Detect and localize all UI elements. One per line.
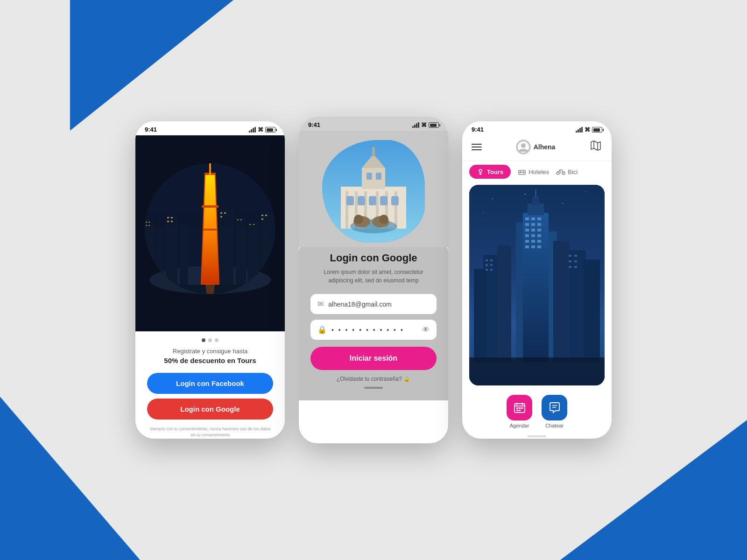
blob-image [322,140,425,243]
login-title: Login con Google [310,252,437,264]
battery-icon-3 [592,127,602,133]
wifi-icon-3: ⌘ [585,126,590,133]
promo-text: Registrate y consigue hasta [147,348,273,355]
tab-bici[interactable]: Bici [556,168,578,175]
email-icon: ✉ [317,300,324,308]
svg-rect-26 [167,217,169,218]
hamburger-line-3 [472,149,482,150]
user-profile[interactable]: Alhena [516,140,556,154]
chatear-label: Chatear [545,423,564,428]
svg-rect-23 [261,215,263,216]
svg-point-60 [354,215,363,224]
svg-rect-24 [265,215,267,216]
scroll-indicator [364,387,383,389]
hero-image-1 [135,135,285,331]
city-image-card [469,185,605,385]
eye-icon[interactable]: 👁 [422,326,430,334]
agendar-action[interactable]: Agendar [507,395,532,428]
status-bar-2: 9:41 ⌘ [299,117,448,131]
svg-point-69 [520,171,521,173]
wifi-icon: ⌘ [258,126,263,133]
svg-rect-52 [346,196,354,205]
svg-rect-121 [469,185,605,385]
action-buttons: Agendar Chatear [462,388,612,433]
wifi-icon-2: ⌘ [421,122,427,128]
lock-icon: 🔒 [317,325,327,334]
tab-hotels-label: Hoteles [529,168,549,175]
agendar-label: Agendar [510,423,529,428]
signal-icon-3 [576,127,583,133]
hamburger-menu[interactable] [472,144,482,150]
svg-rect-55 [380,196,388,205]
battery-icon-2 [429,122,439,128]
login-subtitle: Lorem ipsum dolor sit amet, consectetur … [310,268,437,285]
svg-rect-7 [180,224,188,294]
svg-rect-25 [261,218,263,220]
bottom-indicator [528,435,546,437]
signal-icon-2 [412,122,419,128]
signal-icon [249,127,256,133]
svg-rect-22 [253,224,254,225]
city-buildings-svg [469,185,605,385]
facebook-login-button[interactable]: Login con Facebook [147,373,273,394]
tab-hotels[interactable]: Hoteles [518,168,549,175]
email-field-container[interactable]: ✉ alhena18@gmail.com [310,294,437,314]
status-bar-3: 9:41 ⌘ [462,121,612,135]
svg-rect-13 [148,222,150,223]
hotels-icon [518,168,526,175]
promo-bold: 50% de descuento en Tours [147,357,273,364]
iniciar-sesion-button[interactable]: Iniciar sesión [310,347,437,370]
chatear-action[interactable]: Chatear [542,395,567,428]
phones-container: 9:41 ⌘ [135,117,612,443]
svg-rect-21 [249,224,251,225]
agendar-circle[interactable] [507,395,532,420]
phone-main-app: 9:41 ⌘ [462,121,612,439]
svg-rect-15 [148,225,150,226]
phone2-form: Login con Google Lorem ipsum dolor sit a… [299,243,448,400]
svg-rect-49 [372,147,375,156]
svg-rect-28 [167,221,169,222]
svg-rect-53 [358,196,365,205]
user-avatar [516,140,531,154]
svg-rect-129 [521,407,523,409]
madrid-building-svg [322,140,425,243]
svg-rect-122 [469,357,605,385]
chatear-circle[interactable] [542,395,567,420]
status-time-2: 9:41 [308,121,320,128]
tab-bici-label: Bici [568,168,578,175]
dot-3 [215,338,218,342]
bici-icon [556,168,565,175]
svg-rect-20 [240,219,242,220]
svg-rect-19 [237,219,239,220]
chat-icon [549,402,561,414]
password-dots: • • • • • • • • • • • [331,326,417,334]
svg-point-64 [521,143,526,148]
email-value: alhena18@gmail.com [328,301,430,308]
phone2-image-area [299,131,448,247]
phone-login: 9:41 ⌘ [299,117,448,443]
svg-rect-14 [146,225,147,226]
svg-rect-16 [220,212,222,214]
tab-tours[interactable]: Tours [469,165,511,179]
forgot-password-link[interactable]: ¿Olvidaste tu contraseña? 🔒 [310,376,437,382]
status-bar-1: 9:41 ⌘ [135,121,285,135]
svg-rect-34 [203,229,217,231]
svg-rect-8 [219,210,233,294]
svg-rect-18 [220,216,222,217]
dot-1 [202,338,205,342]
password-field-container[interactable]: 🔒 • • • • • • • • • • • 👁 [310,320,437,340]
svg-rect-29 [171,221,173,222]
map-button[interactable] [589,139,602,155]
dots-indicator [147,338,273,342]
calendar-icon [514,402,526,414]
svg-rect-17 [224,212,226,214]
category-tabs: Tours Hoteles Bici [462,161,612,182]
status-time-3: 9:41 [472,126,484,133]
svg-rect-131 [519,410,521,411]
svg-point-70 [523,171,524,173]
google-login-button[interactable]: Login con Google [147,399,273,420]
hamburger-line-2 [472,147,482,147]
status-time-1: 9:41 [145,126,157,133]
svg-point-67 [479,169,482,172]
svg-point-62 [379,215,388,224]
